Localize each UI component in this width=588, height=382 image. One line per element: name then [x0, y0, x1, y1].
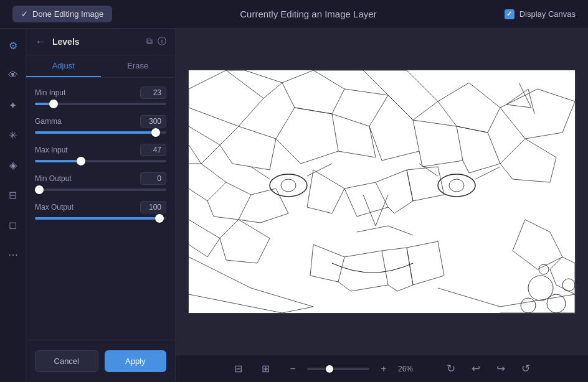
undo-icon[interactable]: ↩ [467, 360, 485, 378]
panel-header: ← Levels ⧉ ⓘ [26, 29, 175, 55]
main-content: ⚙ 👁 ✦ ✳ ◈ ⊟ ◻ ⋯ ← Levels ⧉ ⓘ Adjust Eras… [0, 29, 588, 382]
min-output-control: Min Output 0 [35, 172, 166, 191]
panel-title: Levels [52, 37, 140, 47]
refresh-icon[interactable]: ↻ [442, 360, 460, 378]
zoom-percent-label: 26% [398, 365, 420, 373]
apply-button[interactable]: Apply [105, 350, 167, 372]
min-input-label: Min Input [35, 88, 65, 97]
toolbar-more-icon[interactable]: ⋯ [4, 245, 22, 264]
bottom-bar: ⊟ ⊞ − + 26% ↻ ↩ ↪ ↺ [176, 355, 588, 382]
min-output-label-row: Min Output 0 [35, 172, 166, 185]
artwork-svg [189, 70, 575, 313]
max-output-control: Max Output 100 [35, 201, 166, 220]
max-output-label: Max Output [35, 203, 74, 212]
panel-header-icons: ⧉ ⓘ [146, 36, 166, 47]
zoom-thumb[interactable] [326, 365, 333, 373]
tab-adjust[interactable]: Adjust [26, 55, 101, 77]
top-bar: ✓ Done Editing Image Currently Editing a… [0, 0, 588, 29]
toolbar-layers-icon[interactable]: ⊟ [4, 185, 22, 204]
min-output-slider[interactable] [35, 189, 166, 191]
page-title: Currently Editing an Image Layer [240, 9, 376, 19]
layer-tool-icon[interactable]: ⊟ [229, 360, 247, 378]
max-input-slider[interactable] [35, 160, 166, 162]
levels-panel: ← Levels ⧉ ⓘ Adjust Erase Min Input 23 [26, 29, 176, 382]
zoom-controls: − + 26% [283, 360, 420, 378]
levels-controls: Min Input 23 Gamma 300 [26, 78, 175, 340]
panel-action-buttons: Cancel Apply [26, 340, 175, 382]
max-input-label: Max Input [35, 146, 68, 154]
zoom-out-icon[interactable]: − [283, 360, 302, 378]
gamma-label: Gamma [35, 117, 62, 126]
svg-rect-0 [189, 70, 575, 313]
redo-icon[interactable]: ↪ [491, 360, 510, 378]
gamma-slider[interactable] [35, 131, 166, 134]
canvas-viewport[interactable] [176, 29, 588, 355]
done-editing-button[interactable]: ✓ Done Editing Image [12, 6, 112, 22]
back-button[interactable]: ← [35, 36, 46, 47]
canvas-image [188, 70, 576, 314]
check-icon: ✓ [21, 9, 28, 19]
done-editing-label: Done Editing Image [32, 9, 103, 19]
min-input-label-row: Min Input 23 [35, 86, 166, 99]
gamma-value[interactable]: 300 [140, 115, 166, 128]
min-input-slider[interactable] [35, 103, 166, 105]
display-canvas-wrap: Display Canvas [505, 9, 576, 19]
toolbar-effects-icon[interactable]: ◈ [4, 156, 22, 174]
max-output-value[interactable]: 100 [140, 201, 166, 213]
canvas-area: ⊟ ⊞ − + 26% ↻ ↩ ↪ ↺ [176, 29, 588, 382]
gamma-label-row: Gamma 300 [35, 115, 166, 128]
icon-bar: ⚙ 👁 ✦ ✳ ◈ ⊟ ◻ ⋯ [0, 29, 26, 382]
grid-tool-icon[interactable]: ⊞ [256, 360, 275, 378]
toolbar-shapes-icon[interactable]: ◻ [4, 215, 22, 234]
tab-erase[interactable]: Erase [101, 55, 176, 77]
zoom-in-icon[interactable]: + [374, 360, 393, 378]
min-output-value[interactable]: 0 [140, 172, 166, 185]
display-canvas-checkbox[interactable] [505, 9, 514, 19]
bottom-right-tools: ↻ ↩ ↪ ↺ [442, 360, 535, 378]
toolbar-adjustments-icon[interactable]: ⚙ [4, 36, 22, 55]
min-output-label: Min Output [35, 174, 72, 183]
toolbar-brush-icon[interactable]: ✦ [4, 96, 22, 114]
copy-icon[interactable]: ⧉ [146, 36, 153, 47]
cancel-button[interactable]: Cancel [35, 350, 98, 372]
toolbar-eye-icon[interactable]: 👁 [4, 66, 22, 85]
adjust-erase-tabs: Adjust Erase [26, 55, 175, 78]
min-input-control: Min Input 23 [35, 86, 166, 105]
zoom-slider[interactable] [307, 368, 369, 370]
max-input-value[interactable]: 47 [140, 144, 166, 156]
reset-icon[interactable]: ↺ [516, 360, 535, 378]
max-output-label-row: Max Output 100 [35, 201, 166, 213]
display-canvas-label: Display Canvas [519, 9, 576, 19]
max-input-control: Max Input 47 [35, 144, 166, 162]
info-icon[interactable]: ⓘ [158, 36, 166, 47]
gamma-control: Gamma 300 [35, 115, 166, 134]
max-output-slider[interactable] [35, 217, 166, 220]
max-input-label-row: Max Input 47 [35, 144, 166, 156]
toolbar-sparkle-icon[interactable]: ✳ [4, 126, 22, 144]
min-input-value[interactable]: 23 [140, 86, 166, 99]
